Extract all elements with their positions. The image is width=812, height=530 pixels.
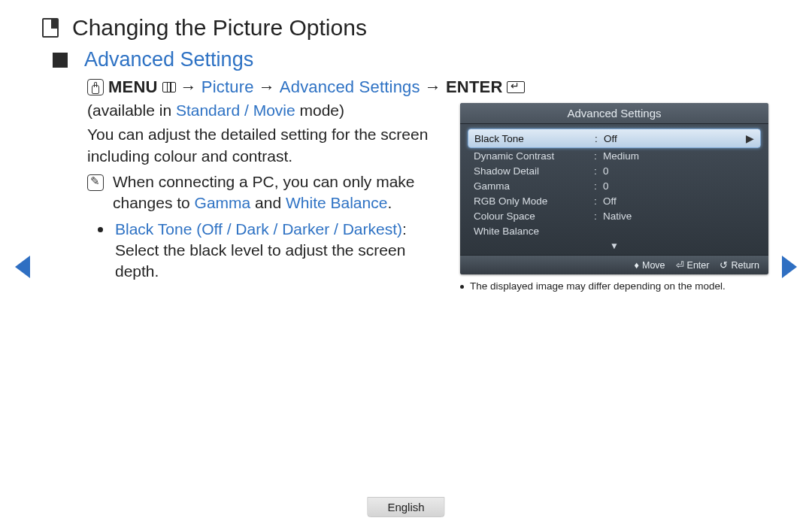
osd-row-black-tone[interactable]: Black Tone : Off ▶ [468, 129, 761, 148]
note-white-balance: White Balance [286, 194, 387, 211]
osd-value: 0 [603, 165, 609, 177]
note-period: . [387, 194, 392, 211]
bullet-label: Black Tone (Off / Dark / Darker / Darkes… [115, 220, 402, 238]
caption-dot-icon [460, 285, 464, 289]
return-label: Return [731, 260, 759, 271]
osd-label: Dynamic Contrast [474, 150, 594, 162]
osd-title: Advanced Settings [460, 103, 768, 124]
enter-icon [507, 81, 525, 93]
note-gamma: Gamma [195, 194, 251, 211]
available-prefix: (available in [87, 101, 176, 119]
body-text: (available in Standard / Movie mode) You… [87, 100, 448, 283]
osd-label: Gamma [474, 180, 594, 192]
osd-label: RGB Only Mode [474, 195, 594, 207]
breadcrumb: MENU → Picture → Advanced Settings → ENT… [87, 77, 789, 97]
breadcrumb-sep-2: → [259, 77, 275, 97]
available-modes: Standard / Movie [176, 101, 295, 119]
breadcrumb-enter-label: ENTER [446, 77, 503, 97]
bookmark-icon [42, 18, 59, 38]
osd-list: Black Tone : Off ▶ Dynamic Contrast : Me… [460, 124, 768, 240]
osd-value: Off [603, 195, 617, 207]
intro-text: You can adjust the detailed setting for … [87, 124, 448, 167]
osd-row-white-balance[interactable]: White Balance [468, 223, 761, 238]
note-and: and [250, 194, 286, 211]
menu-grid-icon [162, 82, 176, 92]
section-bullet-icon [53, 53, 68, 68]
osd-row-rgb-only-mode[interactable]: RGB Only Mode : Off [468, 193, 761, 208]
breadcrumb-picture: Picture [201, 77, 254, 97]
osd-footer-enter: ⏎ Enter [676, 259, 710, 271]
osd-value: Medium [603, 150, 639, 162]
osd-footer-return: ↺ Return [720, 259, 759, 271]
breadcrumb-menu-label: MENU [108, 77, 158, 97]
move-icon: ♦ [635, 260, 639, 271]
caption-text: The displayed image may differ depending… [470, 280, 726, 292]
osd-label: Colour Space [474, 210, 594, 222]
osd-footer-move: ♦ Move [635, 260, 665, 271]
page-prev-arrow[interactable] [15, 256, 30, 278]
osd-footer: ♦ Move ⏎ Enter ↺ Return [460, 255, 768, 274]
chevron-right-icon: ▶ [746, 132, 754, 144]
osd-value: 0 [603, 180, 609, 192]
osd-row-dynamic-contrast[interactable]: Dynamic Contrast : Medium [468, 148, 761, 163]
bullet-dot-icon [98, 227, 103, 232]
pc-note: When connecting a PC, you can only make … [113, 171, 448, 214]
available-suffix: mode) [295, 101, 344, 119]
hand-icon [87, 79, 104, 95]
osd-more-indicator[interactable]: ▼ [460, 240, 768, 255]
return-icon: ↺ [720, 259, 728, 271]
breadcrumb-sep-1: → [180, 77, 197, 97]
osd-row-gamma[interactable]: Gamma : 0 [468, 178, 761, 193]
osd-label: Shadow Detail [474, 165, 594, 177]
section-title: Advanced Settings [84, 48, 253, 71]
enter-label: Enter [687, 260, 710, 271]
osd-value: Off [604, 133, 617, 144]
osd-label: White Balance [474, 226, 594, 237]
osd-label: Black Tone [474, 133, 595, 144]
osd-panel: Advanced Settings Black Tone : Off ▶ Dyn… [460, 103, 768, 274]
note-icon [87, 174, 104, 191]
osd-value: Native [603, 210, 632, 222]
page-next-arrow[interactable] [782, 256, 797, 278]
enter-small-icon: ⏎ [676, 259, 684, 271]
breadcrumb-sep-3: → [425, 77, 441, 97]
page-title: Changing the Picture Options [72, 15, 367, 41]
osd-row-colour-space[interactable]: Colour Space : Native [468, 208, 761, 223]
osd-caption: The displayed image may differ depending… [460, 280, 768, 292]
move-label: Move [642, 260, 665, 271]
osd-row-shadow-detail[interactable]: Shadow Detail : 0 [468, 163, 761, 178]
language-footer: English [367, 497, 444, 517]
breadcrumb-advanced-settings: Advanced Settings [280, 77, 420, 97]
black-tone-description: Black Tone (Off / Dark / Darker / Darkes… [115, 219, 448, 283]
